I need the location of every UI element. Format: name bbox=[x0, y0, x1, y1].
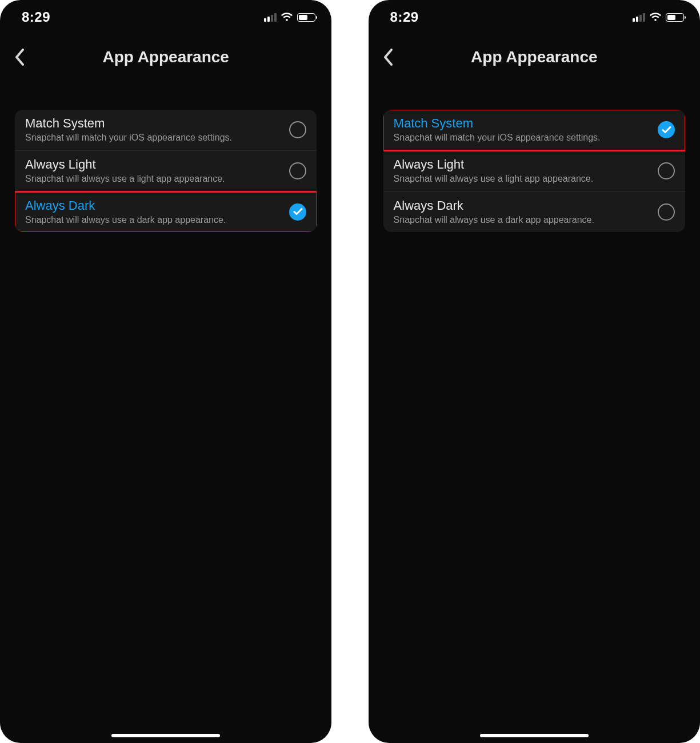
option-always-dark[interactable]: Always Dark Snapchat will always use a d… bbox=[15, 192, 317, 233]
option-title: Always Dark bbox=[25, 198, 289, 213]
phone-screenshot-left: 8:29 App Appearance Match System Snapcha… bbox=[0, 0, 331, 743]
option-title: Always Light bbox=[394, 157, 658, 172]
radio-unselected-icon bbox=[289, 162, 306, 179]
radio-selected-icon bbox=[658, 121, 675, 138]
status-bar: 8:29 bbox=[0, 0, 331, 34]
status-time: 8:29 bbox=[390, 9, 419, 25]
option-title: Always Dark bbox=[394, 198, 658, 213]
nav-header: App Appearance bbox=[0, 34, 331, 80]
option-subtitle: Snapchat will match your iOS appearance … bbox=[394, 132, 658, 144]
page-title: App Appearance bbox=[102, 48, 229, 66]
option-match-system[interactable]: Match System Snapchat will match your iO… bbox=[15, 110, 317, 151]
option-title: Always Light bbox=[25, 157, 289, 172]
option-title: Match System bbox=[25, 116, 289, 131]
status-indicators bbox=[264, 13, 315, 22]
screenshot-divider bbox=[343, 0, 357, 743]
option-subtitle: Snapchat will always use a dark app appe… bbox=[25, 214, 289, 226]
appearance-options-list: Match System Snapchat will match your iO… bbox=[15, 110, 317, 232]
phone-screenshot-right: 8:29 App Appearance Match System Snapcha… bbox=[369, 0, 700, 743]
back-button[interactable] bbox=[377, 46, 399, 69]
back-button[interactable] bbox=[8, 46, 31, 69]
wifi-icon bbox=[649, 13, 662, 22]
status-bar: 8:29 bbox=[369, 0, 700, 34]
battery-icon bbox=[666, 13, 684, 22]
radio-unselected-icon bbox=[658, 203, 675, 221]
nav-header: App Appearance bbox=[369, 34, 700, 80]
chevron-left-icon bbox=[14, 49, 25, 66]
radio-selected-icon bbox=[289, 203, 306, 221]
status-time: 8:29 bbox=[22, 9, 50, 25]
home-indicator[interactable] bbox=[111, 734, 220, 737]
option-subtitle: Snapchat will always use a light app app… bbox=[394, 173, 658, 185]
option-subtitle: Snapchat will match your iOS appearance … bbox=[25, 132, 289, 144]
option-title: Match System bbox=[394, 116, 658, 131]
option-match-system[interactable]: Match System Snapchat will match your iO… bbox=[383, 110, 685, 151]
page-title: App Appearance bbox=[471, 48, 597, 66]
battery-icon bbox=[297, 13, 315, 22]
option-subtitle: Snapchat will always use a dark app appe… bbox=[394, 214, 658, 226]
option-always-light[interactable]: Always Light Snapchat will always use a … bbox=[383, 151, 685, 192]
option-subtitle: Snapchat will always use a light app app… bbox=[25, 173, 289, 185]
option-always-light[interactable]: Always Light Snapchat will always use a … bbox=[15, 151, 317, 192]
status-indicators bbox=[633, 13, 684, 22]
radio-unselected-icon bbox=[658, 162, 675, 179]
wifi-icon bbox=[281, 13, 293, 22]
option-always-dark[interactable]: Always Dark Snapchat will always use a d… bbox=[383, 192, 685, 233]
radio-unselected-icon bbox=[289, 121, 306, 138]
cellular-signal-icon bbox=[264, 13, 277, 22]
home-indicator[interactable] bbox=[480, 734, 589, 737]
cellular-signal-icon bbox=[633, 13, 645, 22]
appearance-options-list: Match System Snapchat will match your iO… bbox=[383, 110, 685, 232]
chevron-left-icon bbox=[383, 49, 393, 66]
